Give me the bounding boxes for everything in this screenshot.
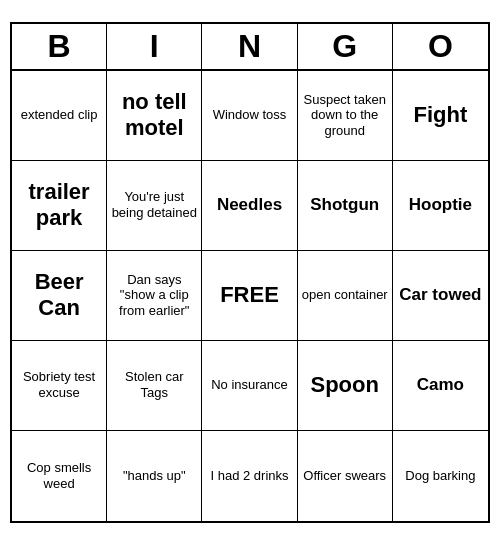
bingo-cell-12[interactable]: FREE [202, 251, 297, 341]
bingo-cell-13[interactable]: open container [298, 251, 393, 341]
bingo-cell-9[interactable]: Hooptie [393, 161, 488, 251]
bingo-grid: extended clipno tell motelWindow tossSus… [12, 71, 488, 521]
bingo-cell-0[interactable]: extended clip [12, 71, 107, 161]
bingo-cell-23[interactable]: Officer swears [298, 431, 393, 521]
bingo-cell-1[interactable]: no tell motel [107, 71, 202, 161]
bingo-cell-24[interactable]: Dog barking [393, 431, 488, 521]
header-letter-N: N [202, 24, 297, 69]
bingo-cell-15[interactable]: Sobriety test excuse [12, 341, 107, 431]
bingo-cell-8[interactable]: Shotgun [298, 161, 393, 251]
bingo-cell-22[interactable]: I had 2 drinks [202, 431, 297, 521]
bingo-cell-5[interactable]: trailer park [12, 161, 107, 251]
header-letter-G: G [298, 24, 393, 69]
bingo-cell-16[interactable]: Stolen car Tags [107, 341, 202, 431]
bingo-cell-17[interactable]: No insurance [202, 341, 297, 431]
bingo-cell-3[interactable]: Suspect taken down to the ground [298, 71, 393, 161]
bingo-cell-6[interactable]: You're just being detained [107, 161, 202, 251]
bingo-cell-10[interactable]: Beer Can [12, 251, 107, 341]
bingo-cell-14[interactable]: Car towed [393, 251, 488, 341]
header-letter-I: I [107, 24, 202, 69]
bingo-header: BINGO [12, 24, 488, 71]
bingo-cell-21[interactable]: "hands up" [107, 431, 202, 521]
header-letter-B: B [12, 24, 107, 69]
bingo-card: BINGO extended clipno tell motelWindow t… [10, 22, 490, 523]
header-letter-O: O [393, 24, 488, 69]
bingo-cell-19[interactable]: Camo [393, 341, 488, 431]
bingo-cell-4[interactable]: Fight [393, 71, 488, 161]
bingo-cell-2[interactable]: Window toss [202, 71, 297, 161]
bingo-cell-11[interactable]: Dan says "show a clip from earlier" [107, 251, 202, 341]
bingo-cell-7[interactable]: Needles [202, 161, 297, 251]
bingo-cell-20[interactable]: Cop smells weed [12, 431, 107, 521]
bingo-cell-18[interactable]: Spoon [298, 341, 393, 431]
